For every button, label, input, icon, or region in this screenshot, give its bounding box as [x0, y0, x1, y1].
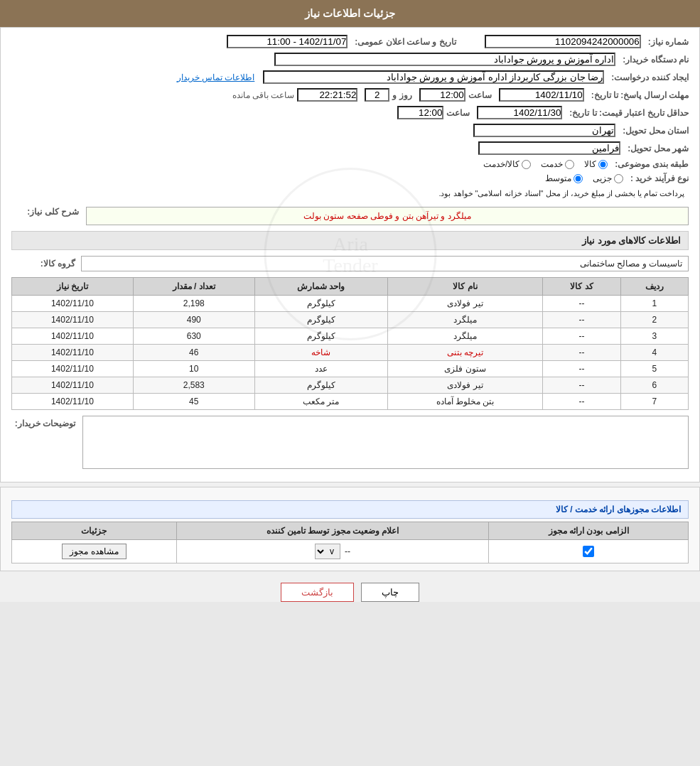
name-dastgah-label: نام دستگاه خریدار:: [623, 55, 689, 65]
mojoor-elzami-cell: [489, 540, 689, 563]
shahr-input[interactable]: [478, 141, 620, 155]
mojoor-table: الزامی بودن ارائه مجوز اعلام وضعیت مجوز …: [11, 522, 689, 563]
etelaaat-link[interactable]: اطلاعات تماس خریدار: [177, 72, 255, 82]
items-table: ردیف کد کالا نام کالا واحد شمارش تعداد /…: [11, 277, 689, 410]
shahr-label: شهر محل تحویل:: [628, 144, 689, 153]
back-button[interactable]: بازگشت: [281, 583, 354, 602]
hadaqal-label: حداقل تاریخ اعتبار قیمت: تا تاریخ:: [569, 108, 689, 118]
table-row: 2--میلگردکیلوگرم4901402/11/10: [12, 312, 689, 328]
tawzih-textarea[interactable]: [82, 416, 689, 469]
mojoor-view-button[interactable]: مشاهده مجوز: [62, 544, 126, 559]
table-row: 4--تیرچه بتنیشاخه461402/11/10: [12, 345, 689, 361]
name-dastgah-input[interactable]: [274, 53, 615, 66]
mohlat-date-input[interactable]: [499, 88, 584, 102]
ostan-label: استان محل تحویل:: [623, 126, 689, 136]
group-kala-label: گروه کالا:: [11, 259, 75, 269]
mohlat-ersal-label: مهلت ارسال پاسخ: تا تاریخ:: [591, 90, 689, 100]
tawzih-section: توضیحات خریدار:: [11, 416, 689, 469]
mohlat-days-label: روز و: [392, 90, 411, 100]
page-title: جزئیات اطلاعات نیاز: [305, 7, 395, 19]
table-row: 3--میلگردکیلوگرم6301402/11/10: [12, 328, 689, 345]
radio-motevaset[interactable]: متوسط: [545, 173, 583, 183]
kala-section-title: اطلاعات کالاهای مورد نیاز: [11, 231, 689, 250]
nooe-radio-group: جزیی متوسط: [545, 173, 623, 183]
tabaqe-label: طبقه بندی موضوعی:: [615, 159, 689, 169]
radio-kala-khadamat-label: کالا/خدمت: [483, 159, 519, 169]
mohlat-countdown-input[interactable]: [297, 88, 357, 102]
radio-kala-khadamat[interactable]: کالا/خدمت: [483, 159, 531, 169]
mojoor-eelam-select[interactable]: v: [315, 544, 340, 559]
group-kala-value: تاسیسات و مصالح ساختمانی: [81, 256, 689, 271]
tarikh-input[interactable]: [227, 35, 348, 48]
bottom-buttons: چاپ بازگشت: [0, 583, 700, 602]
mojoor-col-elzami: الزامی بودن ارائه مجوز: [489, 522, 689, 540]
radio-khadamat-label: خدمت: [541, 159, 563, 169]
table-row: 5--ستون فلزیعدد101402/11/10: [12, 361, 689, 377]
radio-kala-label: کالا: [584, 159, 596, 169]
mojoor-eelam-cell: -- v: [176, 540, 489, 563]
radio-kala-input[interactable]: [598, 160, 608, 169]
radio-kala-khadamat-input[interactable]: [522, 160, 531, 169]
mohlat-time-label: ساعت: [468, 90, 492, 100]
mohlat-days-input[interactable]: [365, 88, 389, 102]
col-kod: کد کالا: [543, 278, 620, 296]
ijad-konande-label: ایجاد کننده درخواست:: [611, 72, 689, 82]
radio-kala[interactable]: کالا: [584, 159, 608, 169]
col-name: نام کالا: [387, 278, 543, 296]
table-row: 7--بتن مخلوط آمادهمتر مکعب451402/11/10: [12, 394, 689, 410]
nooe-farayand-label: نوع فرآیند خرید :: [630, 173, 689, 183]
radio-jozi-label: جزیی: [593, 173, 612, 183]
radio-motevaset-input[interactable]: [574, 174, 583, 183]
ijad-konande-input[interactable]: [263, 70, 604, 84]
radio-khadamat-input[interactable]: [565, 160, 574, 169]
radio-jozi[interactable]: جزیی: [593, 173, 623, 183]
hadaqal-time-label: ساعت: [446, 108, 470, 118]
table-row: 6--تیر فولادیکیلوگرم2,5831402/11/10: [12, 377, 689, 394]
tarikh-label: تاریخ و ساعت اعلان عمومی:: [355, 37, 456, 47]
col-vahed: واحد شمارش: [254, 278, 387, 296]
page-header: جزئیات اطلاعات نیاز: [0, 0, 700, 27]
col-tedad: تعداد / مقدار: [133, 278, 254, 296]
tabaqe-radio-group: کالا خدمت کالا/خدمت: [483, 159, 608, 169]
radio-jozi-input[interactable]: [614, 174, 623, 183]
col-tarikh: تاریخ نیاز: [12, 278, 134, 296]
shomare-niaz-input[interactable]: [485, 35, 641, 48]
sharh-label: شرح کلی نیاز:: [11, 207, 79, 217]
mohlat-countdown-label: ساعت باقی مانده: [232, 90, 295, 100]
hadaqal-date-input[interactable]: [477, 106, 562, 119]
radio-khadamat[interactable]: خدمت: [541, 159, 574, 169]
mojoor-eelam-value: --: [345, 546, 350, 556]
tawzih-label: توضیحات خریدار:: [11, 416, 75, 428]
notice-text: پرداخت تمام یا بخشی از مبلغ خرید، از محل…: [11, 188, 689, 200]
mojoor-elzami-checkbox[interactable]: [583, 546, 594, 557]
mojoor-row: -- v مشاهده مجوز: [12, 540, 689, 563]
mojoor-joziyat-cell: مشاهده مجوز: [12, 540, 177, 563]
table-row: 1--تیر فولادیکیلوگرم2,1981402/11/10: [12, 296, 689, 312]
col-radif: ردیف: [620, 278, 688, 296]
mojoor-col-eelam: اعلام وضعیت مجوز توسط تامین کننده: [176, 522, 489, 540]
mojoor-section-title: اطلاعات مجوزهای ارائه خدمت / کالا: [11, 500, 689, 519]
ostan-input[interactable]: [473, 124, 615, 137]
shomare-niaz-label: شماره نیاز:: [648, 37, 689, 47]
sharh-input[interactable]: [86, 207, 689, 225]
mojoor-col-joziyat: جزئیات: [12, 522, 177, 540]
radio-motevaset-label: متوسط: [545, 173, 571, 183]
mohlat-time-input[interactable]: [419, 88, 465, 102]
print-button[interactable]: چاپ: [361, 583, 419, 602]
hadaqal-time-input[interactable]: [397, 106, 443, 119]
